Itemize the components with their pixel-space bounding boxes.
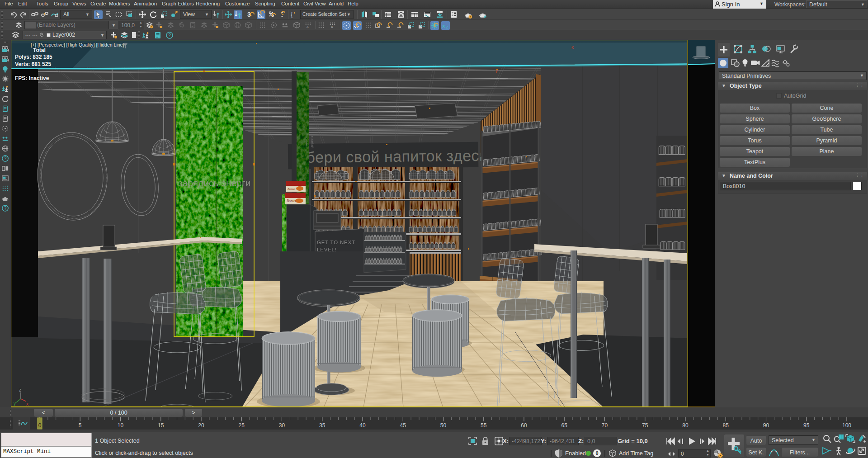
svg-text:x: x	[571, 45, 574, 50]
svg-text:10: 10	[118, 422, 124, 429]
svg-text:z: z	[19, 387, 21, 392]
svg-text:30: 30	[279, 422, 285, 429]
svg-text:85: 85	[723, 422, 729, 429]
svg-text:80: 80	[682, 422, 689, 429]
svg-text:55: 55	[481, 422, 487, 429]
svg-text:75: 75	[642, 422, 648, 429]
svg-text:': '	[294, 11, 295, 18]
svg-text:Verts: 681 525: Verts: 681 525	[15, 61, 51, 67]
svg-text:возьми: возьми	[305, 136, 309, 147]
svg-text:с собой: с собой	[310, 136, 314, 148]
svg-text:90: 90	[763, 422, 769, 429]
svg-text:FPS: Inactive: FPS: Inactive	[15, 75, 49, 81]
svg-text:35: 35	[319, 422, 326, 429]
svg-text:100: 100	[842, 422, 851, 429]
svg-text:зарядись энерги: зарядись энерги	[178, 178, 250, 188]
svg-text:45: 45	[400, 422, 406, 429]
svg-text:y: y	[14, 401, 16, 406]
svg-text:?: ?	[168, 33, 171, 38]
svg-text:65: 65	[561, 422, 568, 429]
svg-text:Bonus: Bonus	[288, 187, 296, 191]
svg-text:50: 50	[440, 422, 447, 429]
svg-text:40: 40	[359, 422, 366, 429]
svg-text:15: 15	[158, 422, 164, 429]
svg-text:A: A	[307, 25, 309, 29]
svg-text:x: x	[442, 23, 445, 28]
svg-text:{: {	[291, 11, 293, 18]
svg-text:Bonus: Bonus	[287, 199, 296, 203]
svg-text:абери свой напиток здесь: абери свой напиток здесь	[297, 147, 487, 166]
svg-text:A: A	[331, 25, 334, 29]
svg-text:y: y	[495, 68, 498, 73]
svg-text:x: x	[26, 401, 28, 406]
svg-text:Polys: 832 185: Polys: 832 185	[15, 54, 52, 60]
svg-text:20: 20	[198, 422, 204, 429]
svg-text:5: 5	[79, 422, 82, 429]
svg-text:2: 2	[446, 24, 448, 29]
svg-text:60: 60	[521, 422, 527, 429]
svg-text:?: ?	[4, 156, 7, 161]
svg-text:0: 0	[38, 422, 42, 429]
svg-text:GET TO NEXT: GET TO NEXT	[317, 240, 355, 245]
svg-text:?: ?	[4, 206, 7, 211]
svg-text:25: 25	[239, 422, 245, 429]
svg-text:95: 95	[803, 422, 810, 429]
svg-text:Total: Total	[33, 47, 46, 53]
svg-text:70: 70	[602, 422, 608, 429]
